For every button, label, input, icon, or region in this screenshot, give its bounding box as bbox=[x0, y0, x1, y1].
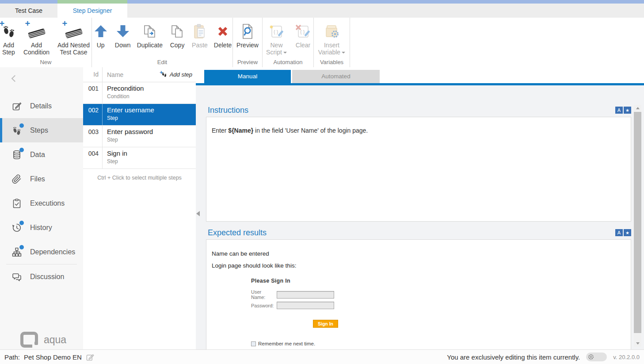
add-step-mini-icon: + bbox=[161, 71, 168, 78]
sidebar-item-steps[interactable]: Steps bbox=[0, 118, 83, 142]
ribbon-group-edit: Up Down Duplicate Copy bbox=[92, 18, 233, 67]
status-bar: Path: Pet Shop Demo EN You are exclusive… bbox=[0, 349, 644, 364]
step-type: Step bbox=[107, 158, 127, 165]
sidebar-item-dependencies[interactable]: Dependencies bbox=[0, 240, 83, 264]
instructions-editor[interactable]: Enter ${Name} in the field 'User Name' o… bbox=[206, 117, 631, 222]
instructions-format-buttons: A ★ bbox=[615, 107, 631, 114]
add-nested-test-case-button[interactable]: + Add Nested Test Case bbox=[56, 21, 91, 56]
add-nested-test-case-label: Add Nested Test Case bbox=[56, 42, 91, 56]
step-row-002-selected[interactable]: 002 Enter usernameStep bbox=[83, 104, 196, 126]
paste-icon bbox=[192, 21, 207, 42]
tab-automated[interactable]: Automated bbox=[292, 70, 380, 83]
history-icon bbox=[11, 222, 22, 233]
step-row-003[interactable]: 003 Enter passwordStep bbox=[83, 126, 196, 147]
details-icon bbox=[11, 101, 22, 111]
username-label: User Name: bbox=[251, 289, 277, 300]
insert-special-button[interactable]: ★ bbox=[624, 229, 631, 236]
ribbon-group-variables-label: Variables bbox=[314, 59, 350, 67]
ribbon-group-automation: { } New Script { } Clear Automation bbox=[263, 18, 314, 67]
tab-test-case[interactable]: Test Case bbox=[0, 4, 57, 18]
step-list-header: Id Name + Add step bbox=[83, 67, 196, 82]
copy-button[interactable]: Copy bbox=[169, 21, 186, 49]
expected-line-1: Name can be entered bbox=[212, 250, 625, 257]
clear-script-button[interactable]: { } Clear bbox=[294, 21, 312, 49]
scroll-up-arrow[interactable] bbox=[634, 105, 641, 111]
paste-button[interactable]: Paste bbox=[192, 21, 208, 49]
sidebar-item-label: History bbox=[30, 224, 52, 232]
ribbon-group-edit-label: Edit bbox=[92, 59, 232, 67]
step-list: Id Name + Add step 001 PreconditionCondi… bbox=[83, 67, 196, 349]
expected-line-2: Login page should look like this: bbox=[212, 262, 625, 269]
copy-label: Copy bbox=[170, 42, 185, 49]
history-badge bbox=[19, 221, 24, 225]
steps-icon bbox=[11, 125, 22, 136]
multi-select-hint: Ctrl + Click to select multiple steps bbox=[83, 169, 196, 181]
exclusive-edit-message: You are exclusively editing this item cu… bbox=[447, 353, 580, 361]
vertical-scrollbar[interactable] bbox=[634, 105, 641, 347]
sidebar-item-executions[interactable]: Executions bbox=[0, 191, 83, 215]
sidebar-item-history[interactable]: History bbox=[0, 215, 83, 240]
data-icon bbox=[11, 149, 22, 160]
instructions-heading: Instructions bbox=[208, 106, 248, 115]
step-id: 004 bbox=[83, 147, 103, 169]
add-condition-icon: + bbox=[27, 21, 46, 42]
sidebar-item-label: Details bbox=[30, 102, 52, 110]
down-button[interactable]: Down bbox=[115, 21, 131, 49]
collapse-step-list-icon[interactable] bbox=[196, 211, 200, 216]
tab-step-designer[interactable]: Step Designer bbox=[57, 4, 127, 18]
aqua-logo: aqua bbox=[20, 332, 66, 348]
dependencies-icon bbox=[11, 247, 22, 257]
settings-toggle[interactable] bbox=[586, 353, 607, 361]
ribbon: + Add Step + Add Condition + Add Nested … bbox=[0, 18, 644, 67]
sidebar-item-label: Dependencies bbox=[30, 248, 75, 256]
add-nested-test-case-icon: + bbox=[64, 21, 84, 42]
discussion-icon bbox=[11, 272, 22, 282]
expected-format-buttons: A ★ bbox=[615, 229, 631, 236]
scroll-down-arrow[interactable] bbox=[634, 340, 641, 347]
preview-label: Preview bbox=[236, 42, 259, 49]
ribbon-group-new-label: New bbox=[0, 59, 91, 67]
step-id: 001 bbox=[83, 82, 103, 103]
insert-special-button[interactable]: ★ bbox=[624, 107, 631, 114]
edit-path-icon[interactable] bbox=[86, 353, 94, 361]
duplicate-button[interactable]: Duplicate bbox=[137, 21, 163, 49]
delete-button[interactable]: Delete bbox=[214, 21, 232, 49]
step-row-004[interactable]: 004 Sign inStep bbox=[83, 147, 196, 169]
ribbon-group-preview-label: Preview bbox=[233, 59, 262, 67]
preview-icon bbox=[240, 21, 255, 42]
ribbon-group-automation-label: Automation bbox=[263, 59, 313, 67]
expected-results-editor[interactable]: Name can be entered Login page should lo… bbox=[206, 239, 631, 350]
up-button[interactable]: Up bbox=[93, 21, 109, 49]
sidebar-item-data[interactable]: Data bbox=[0, 142, 83, 167]
username-field bbox=[277, 291, 334, 299]
down-label: Down bbox=[115, 42, 131, 49]
login-page-screenshot: Please Sign In User Name: Password: Sign… bbox=[251, 278, 397, 350]
preview-button[interactable]: Preview bbox=[236, 21, 259, 49]
active-tab-indicator bbox=[57, 0, 127, 4]
font-button[interactable]: A bbox=[615, 229, 623, 236]
font-button[interactable]: A bbox=[615, 107, 623, 114]
insert-variable-button[interactable]: Insert Variable bbox=[318, 21, 346, 56]
svg-text:{ }: { } bbox=[274, 29, 278, 34]
tab-manual[interactable]: Manual bbox=[204, 70, 291, 83]
instructions-text: Enter ${Name} in the field 'User Name' o… bbox=[212, 127, 368, 134]
clear-script-icon: { } bbox=[294, 21, 312, 42]
new-script-button[interactable]: { } New Script bbox=[264, 21, 289, 56]
aqua-logo-text: aqua bbox=[44, 334, 66, 346]
sidebar-item-discussion[interactable]: Discussion bbox=[0, 264, 83, 289]
sidebar-collapse-button[interactable] bbox=[11, 76, 17, 81]
add-step-inline-button[interactable]: + Add step bbox=[161, 71, 196, 78]
sidebar-item-details[interactable]: Details bbox=[0, 94, 83, 118]
add-step-label: Add Step bbox=[0, 42, 17, 56]
add-step-button[interactable]: + Add Step bbox=[0, 21, 17, 56]
new-script-icon: { } bbox=[268, 21, 286, 42]
step-row-001[interactable]: 001 PreconditionCondition bbox=[83, 82, 196, 104]
add-condition-button[interactable]: + Add Condition bbox=[22, 21, 52, 56]
clipboard-check-icon bbox=[11, 198, 22, 209]
step-name: Enter password bbox=[107, 128, 153, 135]
dependencies-badge bbox=[19, 245, 24, 249]
scrollbar-thumb[interactable] bbox=[634, 112, 641, 333]
svg-text:{ }: { } bbox=[300, 29, 305, 34]
sidebar-item-label: Executions bbox=[30, 199, 65, 207]
sidebar-item-files[interactable]: Files bbox=[0, 167, 83, 191]
